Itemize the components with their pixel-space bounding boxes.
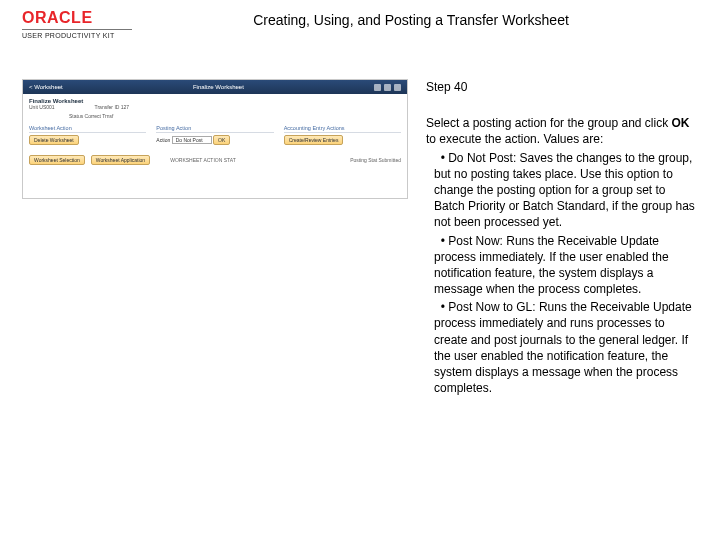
logo-divider — [22, 29, 132, 30]
page-header: ORACLE USER PRODUCTIVITY KIT Creating, U… — [0, 0, 720, 45]
instruction-text: Select a posting action for the group an… — [426, 115, 696, 396]
unit-label: Unit US001 — [29, 104, 55, 110]
menu-icon[interactable] — [384, 84, 391, 91]
intro-b: to execute the action. Values are: — [426, 132, 603, 146]
gear-icon[interactable] — [394, 84, 401, 91]
app-titlebar: < Worksheet Finalize Worksheet — [23, 80, 407, 94]
transfer-id-label: Transfer ID 127 — [95, 104, 130, 110]
logo-subtitle: USER PRODUCTIVITY KIT — [22, 32, 115, 39]
bullet-2-head: Post Now: — [448, 234, 503, 248]
intro-a: Select a posting action for the group an… — [426, 116, 671, 130]
create-review-entries-button[interactable]: Create/Review Entries — [284, 135, 344, 145]
oracle-logo-text: ORACLE — [22, 10, 93, 26]
bullet-3-head: Post Now to GL: — [448, 300, 535, 314]
oracle-logo-block: ORACLE USER PRODUCTIVITY KIT — [22, 10, 152, 39]
action-field-label: Action — [156, 137, 170, 143]
screenshot-panel: < Worksheet Finalize Worksheet Finalize … — [22, 79, 408, 398]
back-link[interactable]: < Worksheet — [29, 84, 63, 90]
bullet-3-body: Runs the Receivable Update process immed… — [434, 300, 692, 395]
content-row: < Worksheet Finalize Worksheet Finalize … — [0, 45, 720, 398]
ok-button[interactable]: OK — [213, 135, 230, 145]
footer-id: WORKSHEET ACTION STAT — [170, 157, 236, 163]
section-posting-action: Posting Action — [156, 125, 273, 133]
intro-ok: OK — [671, 116, 689, 130]
bullet-2: • Post Now: Runs the Receivable Update p… — [426, 233, 696, 298]
footer-posting-stat: Posting Stat Submitted — [350, 157, 401, 163]
worksheet-application-button[interactable]: Worksheet Application — [91, 155, 150, 165]
step-number: Step 40 — [426, 79, 696, 95]
section-worksheet-action: Worksheet Action — [29, 125, 146, 133]
titlebar-title: Finalize Worksheet — [63, 84, 374, 90]
app-body: Finalize Worksheet Unit US001 Transfer I… — [23, 94, 407, 198]
app-window: < Worksheet Finalize Worksheet Finalize … — [22, 79, 408, 199]
home-icon[interactable] — [374, 84, 381, 91]
status-label: Status Correct Trnsf — [69, 113, 113, 119]
intro-line: Select a posting action for the group an… — [426, 115, 696, 147]
bullet-3: • Post Now to GL: Runs the Receivable Up… — [426, 299, 696, 396]
section-entry-actions: Accounting Entry Actions — [284, 125, 401, 133]
delete-worksheet-button[interactable]: Delete Worksheet — [29, 135, 79, 145]
bullet-1-head: Do Not Post: — [448, 151, 516, 165]
page-title: Creating, Using, and Posting a Transfer … — [152, 10, 700, 28]
bullet-1: • Do Not Post: Saves the changes to the … — [426, 150, 696, 231]
action-dropdown[interactable]: Do Not Post — [172, 136, 212, 144]
worksheet-selection-button[interactable]: Worksheet Selection — [29, 155, 85, 165]
instruction-panel: Step 40 Select a posting action for the … — [426, 79, 696, 398]
